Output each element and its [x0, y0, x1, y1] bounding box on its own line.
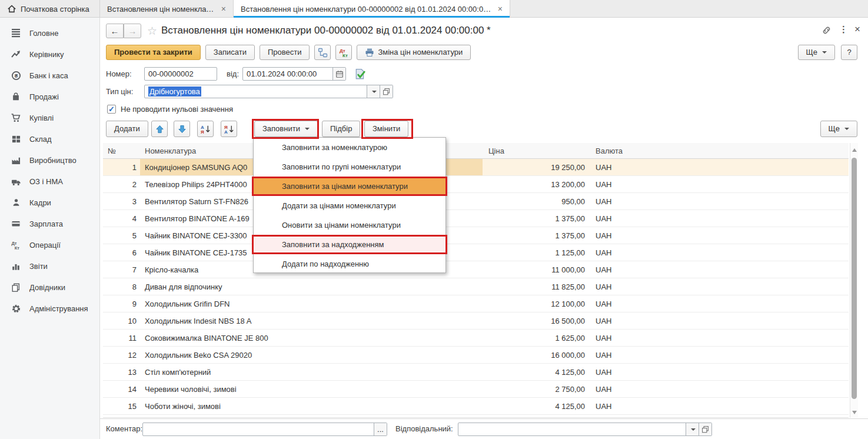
date-field[interactable]: 01.01.2024 00:00:00 [242, 67, 346, 81]
sidebar-item-13[interactable]: Довідники [0, 277, 99, 298]
table-row[interactable]: 7Крісло-качалка11 000,00UAH [103, 261, 849, 278]
cell-number[interactable]: 14 [103, 381, 140, 397]
open-value-icon[interactable] [380, 85, 393, 98]
sidebar-item-12[interactable]: Звіти [0, 255, 99, 277]
forward-button[interactable]: → [124, 24, 141, 38]
table-row[interactable]: 1Кондиціонер SAMSUNG AQ019 250,00UAH [103, 159, 849, 176]
save-button[interactable]: Записати [205, 45, 255, 60]
cell-currency[interactable]: UAH [590, 330, 849, 346]
cell-price[interactable]: 11 000,00 [483, 261, 590, 278]
cell-price[interactable]: 950,00 [483, 193, 590, 209]
kebab-menu-icon[interactable]: ⋮ [839, 24, 848, 35]
table-row[interactable]: 3Вентилятор Saturn ST-FN826950,00UAH [103, 193, 849, 210]
scrollbar-thumb[interactable] [852, 158, 857, 399]
table-row[interactable]: 2Телевізор Philips 24PHT400013 200,00UAH [103, 176, 849, 193]
cell-currency[interactable]: UAH [590, 398, 849, 414]
column-currency[interactable]: Валюта [590, 143, 849, 158]
cell-number[interactable]: 10 [103, 312, 140, 329]
change-prices-print-button[interactable]: Зміна цін номенклатури [357, 45, 471, 60]
cell-price[interactable]: 4 125,00 [483, 398, 590, 414]
cell-number[interactable]: 9 [103, 295, 140, 312]
post-and-close-button[interactable]: Провести та закрити [106, 45, 201, 60]
cell-number[interactable]: 3 [103, 193, 140, 209]
change-button[interactable]: Змінити [364, 121, 408, 137]
cell-currency[interactable]: UAH [590, 295, 849, 312]
cell-currency[interactable]: UAH [590, 381, 849, 397]
comment-field[interactable]: ... [142, 423, 387, 436]
open-value-icon[interactable] [699, 423, 711, 435]
cell-price[interactable]: 16 000,00 [483, 347, 590, 363]
tab-document-list[interactable]: Встановлення цін номенклатури × [100, 0, 234, 18]
cell-currency[interactable]: UAH [590, 312, 849, 329]
cell-price[interactable]: 1 625,00 [483, 330, 590, 346]
dropdown-arrow-icon[interactable] [686, 423, 699, 435]
cell-currency[interactable]: UAH [590, 193, 849, 209]
cell-number[interactable]: 6 [103, 244, 140, 261]
cell-nomenclature[interactable]: Холодильник Beko CSA 29020 [140, 347, 483, 363]
cell-number[interactable]: 13 [103, 364, 140, 380]
sidebar-item-4[interactable]: Продажі [0, 86, 99, 107]
table-row[interactable]: 12Холодильник Beko CSA 2902016 000,00UAH [103, 347, 849, 364]
cell-currency[interactable]: UAH [590, 159, 849, 175]
cell-number[interactable]: 12 [103, 347, 140, 363]
set-current-date-icon[interactable] [354, 68, 366, 80]
cell-number[interactable]: 8 [103, 278, 140, 295]
table-row[interactable]: 15Чоботи жіночі, зимові4 125,00UAH [103, 398, 849, 415]
responsible-field[interactable] [458, 423, 712, 436]
cell-price[interactable]: 19 250,00 [483, 159, 590, 175]
menu-item-5[interactable]: Оновити за цінами номенклатури [254, 215, 445, 235]
cell-currency[interactable]: UAH [590, 227, 849, 244]
sidebar-item-8[interactable]: ОЗ і НМА [0, 171, 99, 192]
table-row[interactable]: 11Соковижималка BINATONE JE 8001 625,00U… [103, 330, 849, 347]
cell-nomenclature[interactable]: Холодильник Indesit NBS 18 A [140, 312, 483, 329]
sidebar-item-1[interactable]: Головне [0, 22, 99, 44]
back-button[interactable]: ← [106, 24, 124, 38]
sort-ascending-button[interactable]: АЯ [197, 121, 214, 137]
help-button[interactable]: ? [841, 45, 857, 60]
fill-menu-button[interactable]: Заповнити [254, 121, 318, 137]
close-tab-icon[interactable]: × [498, 4, 503, 14]
menu-item-6[interactable]: Заповнити за надходженням [254, 235, 445, 254]
cell-number[interactable]: 15 [103, 398, 140, 414]
column-price[interactable]: Ціна [483, 143, 590, 158]
table-row[interactable]: 10Холодильник Indesit NBS 18 A16 500,00U… [103, 312, 849, 330]
tab-document-active[interactable]: Встановлення цін номенклатури 00-0000000… [234, 0, 510, 18]
cell-price[interactable]: 1 125,00 [483, 244, 590, 261]
cell-price[interactable]: 1 375,00 [483, 210, 590, 227]
cell-price[interactable]: 11 825,00 [483, 278, 590, 295]
cell-nomenclature[interactable]: Стіл комп'ютерний [140, 364, 483, 380]
table-row[interactable]: 9Холодильник Grifin DFN12 100,00UAH [103, 295, 849, 312]
cell-price[interactable]: 12 100,00 [483, 295, 590, 312]
cell-price[interactable]: 2 750,00 [483, 381, 590, 397]
close-tab-icon[interactable]: × [221, 4, 226, 14]
price-type-field[interactable]: Дрібногуртова [144, 85, 393, 98]
tab-home[interactable]: Початкова сторінка [0, 0, 100, 18]
cell-nomenclature[interactable]: Соковижималка BINATONE JE 800 [140, 330, 483, 346]
sidebar-item-10[interactable]: Зарплата [0, 213, 99, 234]
sidebar-item-5[interactable]: Купівлі [0, 107, 99, 128]
cell-price[interactable]: 16 500,00 [483, 312, 590, 329]
sidebar-item-14[interactable]: Адміністрування [0, 298, 99, 319]
checkbox-icon[interactable]: ✓ [107, 105, 116, 114]
cell-nomenclature[interactable]: Диван для відпочинку [140, 278, 483, 295]
move-up-button[interactable] [151, 121, 168, 137]
cell-number[interactable]: 7 [103, 261, 140, 278]
cell-nomenclature[interactable]: Холодильник Grifin DFN [140, 295, 483, 312]
vertical-scrollbar[interactable] [850, 143, 858, 418]
number-field[interactable]: 00-00000002 [144, 67, 217, 81]
menu-item-3[interactable]: Заповнити за цінами номенклатури [254, 177, 445, 196]
cell-number[interactable]: 5 [103, 227, 140, 244]
cell-currency[interactable]: UAH [590, 278, 849, 295]
move-down-button[interactable] [174, 121, 190, 137]
skip-zero-checkbox-row[interactable]: ✓ Не проводити нульові значення [107, 105, 233, 114]
dt-kt-button[interactable]: ДтКт [335, 45, 352, 60]
cell-number[interactable]: 11 [103, 330, 140, 346]
cell-number[interactable]: 4 [103, 210, 140, 227]
table-row[interactable]: 6Чайник BINATONE CEJ-17351 125,00UAH [103, 244, 849, 261]
comment-more-icon[interactable]: ... [374, 423, 387, 435]
cell-currency[interactable]: UAH [590, 347, 849, 363]
cell-price[interactable]: 13 200,00 [483, 176, 590, 192]
table-row[interactable]: 4Вентилятор BINATONE A-1691 375,00UAH [103, 210, 849, 227]
pick-button[interactable]: Підбір [322, 121, 360, 137]
cell-currency[interactable]: UAH [590, 364, 849, 380]
